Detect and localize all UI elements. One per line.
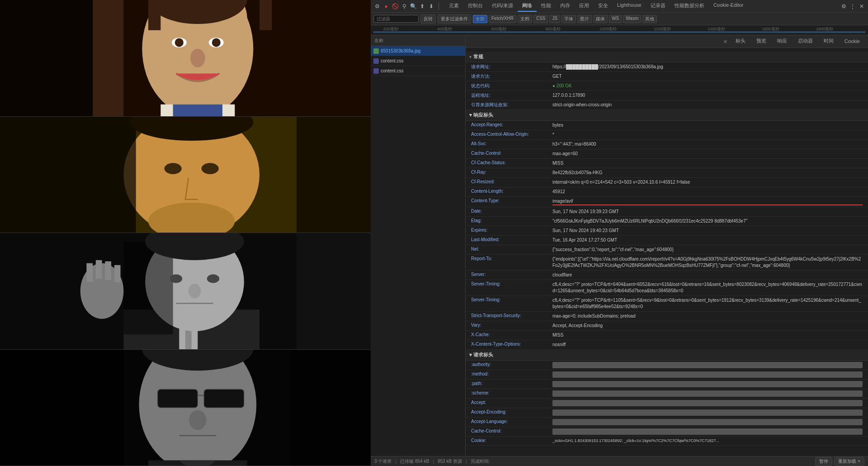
invert-btn[interactable]: 反转 [420, 14, 436, 24]
filter-input[interactable] [373, 15, 419, 23]
general-key-method: 请求方法: [471, 73, 552, 80]
devtools-clear-icon[interactable]: 🚫 [392, 3, 399, 10]
general-val-remote: 127.0.0.1:17890 [552, 92, 863, 99]
detail-tab-initiator[interactable]: 启动器 [793, 36, 818, 47]
filter-img[interactable]: 图片 [577, 15, 592, 23]
tab-lighthouse[interactable]: Lighthouse [613, 0, 646, 12]
resp-key-nel: Nel: [471, 247, 552, 252]
request-icon-img [373, 48, 379, 54]
request-item-1[interactable]: content.css [371, 56, 465, 66]
face-image-2 [0, 117, 371, 233]
detail-tabs: × 标头 预览 响应 启动器 时间 Cookie [466, 35, 868, 48]
image-panel: TOMB [0, 0, 371, 466]
resp-row-sts: Strict-Transport-Security: max-age=0; in… [466, 312, 868, 321]
toolbar-separator [439, 3, 439, 10]
more-filters-btn[interactable]: 更多过滤条件 [438, 14, 471, 24]
status-bar: 3 个请求 | 已传输 854 kB | 853 kB 资源 | 完成时间: 暂… [371, 456, 868, 466]
req-key-authority: :authority: [471, 362, 552, 367]
resp-val-etag: "cf566GskJKnFplgBDV7aJUyb6mMZUz6RLNlPqbU… [552, 218, 863, 224]
filter-js[interactable]: JS [549, 15, 560, 23]
more-options-icon[interactable]: ⋮ [849, 3, 856, 10]
filter-doc[interactable]: 文档 [518, 15, 532, 23]
general-row-remote: 远程地址: 127.0.0.1:17890 [466, 91, 868, 100]
request-item-2[interactable]: content.css [371, 66, 465, 76]
resp-key-content-length: Content-Length: [471, 189, 552, 194]
resp-row-content-length: Content-Length: 45912 [466, 187, 868, 197]
devtools-search-icon[interactable]: 🔍 [410, 3, 417, 10]
close-detail-btn[interactable]: × [721, 38, 730, 45]
req-row-accept-language: Accept-Language: ████ [466, 418, 868, 427]
tab-performance[interactable]: 性能 [537, 0, 556, 12]
close-devtools-icon[interactable]: ✕ [858, 3, 865, 10]
resp-key-expires: Expires: [471, 228, 552, 233]
resp-row-cache-control: Cache-Control: max-age=60 [466, 149, 868, 159]
filter-font[interactable]: 字体 [561, 15, 576, 23]
detail-tab-timing[interactable]: 时间 [818, 36, 839, 47]
general-title: 常规 [473, 53, 483, 60]
req-val-scheme: █████ [552, 390, 863, 397]
svg-rect-47 [204, 389, 244, 408]
reload-btn[interactable]: 重新加载 × [834, 457, 864, 466]
filter-wasm[interactable]: Wasm [623, 15, 641, 23]
req-val-path: ████████████████████ [552, 381, 863, 387]
req-row-accept-encoding: Accept-Encoding: ████ ████ ████ [466, 408, 868, 418]
req-val-cookie: _octo=GH1.1.824309153.1730245892; _click… [552, 438, 863, 444]
req-row-cache: Cache-Control: ████████ [466, 427, 868, 437]
resp-row-alt-svc: Alt-Svc: h3=":443"; ma=86400 [466, 140, 868, 149]
tab-performance-insights[interactable]: 性能数据分析 [670, 0, 709, 12]
general-section-header[interactable]: ▾ 常规 [466, 52, 868, 62]
general-arrow: ▾ [469, 55, 472, 59]
svg-point-11 [212, 38, 221, 47]
tab-sources[interactable]: 代码/来源 [487, 0, 518, 12]
tab-memory[interactable]: 内存 [556, 0, 575, 12]
detail-tab-headers[interactable]: 标头 [730, 36, 751, 47]
request-item-0[interactable]: 65015303b368a.jpg [371, 46, 465, 56]
tab-console[interactable]: 控制台 [463, 0, 487, 12]
tab-security[interactable]: 安全 [594, 0, 613, 12]
general-row-url: 请求网址: https://██████████/2023/09/13/6501… [466, 62, 868, 72]
tab-elements[interactable]: 元素 [444, 0, 463, 12]
devtools-export-icon[interactable]: ⬇ [428, 3, 435, 10]
response-headers-section-header[interactable]: ▾ 响应标头 [466, 110, 868, 121]
detail-tab-cookie[interactable]: Cookie [839, 37, 865, 47]
tab-recorder[interactable]: 记录器 [646, 0, 670, 12]
devtools-settings-icon[interactable]: ⚙ [373, 3, 381, 10]
pause-btn[interactable]: 暂停 [815, 457, 832, 466]
filter-css[interactable]: CSS [533, 15, 548, 23]
general-val-referrer: strict-origin-when-cross-origin [552, 102, 863, 108]
tab-network[interactable]: 网络 [518, 0, 537, 12]
detail-tab-response[interactable]: 响应 [772, 36, 793, 47]
tab-application[interactable]: 应用 [575, 0, 594, 12]
devtools-import-icon[interactable]: ⬆ [419, 3, 426, 10]
tab-cookie-editor[interactable]: Cookie-Editor [709, 0, 748, 12]
filter-ws[interactable]: WS [609, 15, 622, 23]
filter-fetchxhr[interactable]: Fetch/XHR [489, 15, 516, 23]
settings-icon[interactable]: ⚙ [840, 3, 847, 10]
general-key-remote: 远程地址: [471, 92, 552, 99]
resp-val-cf-resized: internal=ok/m q=0 n=214×542 c=3+503 v=20… [552, 179, 863, 185]
content-area: 名称 65015303b368a.jpg content.css content… [371, 35, 868, 456]
svg-point-33 [207, 274, 219, 283]
devtools-filter-icon[interactable]: ⚲ [401, 3, 408, 10]
timeline-bar: 200毫秒 400毫秒 600毫秒 800毫秒 1000毫秒 1200毫秒 14… [371, 25, 868, 35]
resp-row-xcto: X-Content-Type-Options: nosniff [466, 340, 868, 350]
filter-media[interactable]: 媒体 [593, 15, 608, 23]
devtools-record-icon[interactable]: ● [382, 3, 390, 10]
request-headers-section-header[interactable]: ▾ 请求标头 [466, 350, 868, 361]
svg-rect-20 [297, 117, 371, 233]
resp-row-report-to: Report-To: {"endpoints":[{"url":"https:\… [466, 255, 868, 271]
svg-point-34 [189, 284, 201, 299]
resp-val-accept-ranges: bytes [552, 122, 863, 128]
request-name-0: 65015303b368a.jpg [381, 48, 462, 53]
resp-key-xcache: X-Cache: [471, 332, 552, 337]
req-key-cookie: Cookie: [471, 438, 552, 443]
detail-content: ▾ 常规 请求网址: https://██████████/2023/09/13… [466, 48, 868, 456]
detail-tab-preview[interactable]: 预览 [751, 36, 772, 47]
resp-val-xcto: nosniff [552, 342, 863, 348]
svg-rect-6 [148, 0, 160, 30]
resp-key-last-modified: Last-Modified: [471, 237, 552, 242]
resp-row-cf-ray: Cf-Ray: 8e422fb92cb4079a-HKG [466, 168, 868, 178]
filter-other[interactable]: 其他 [642, 15, 657, 23]
req-key-method: :method: [471, 371, 552, 376]
filter-all[interactable]: 全部 [473, 15, 487, 23]
